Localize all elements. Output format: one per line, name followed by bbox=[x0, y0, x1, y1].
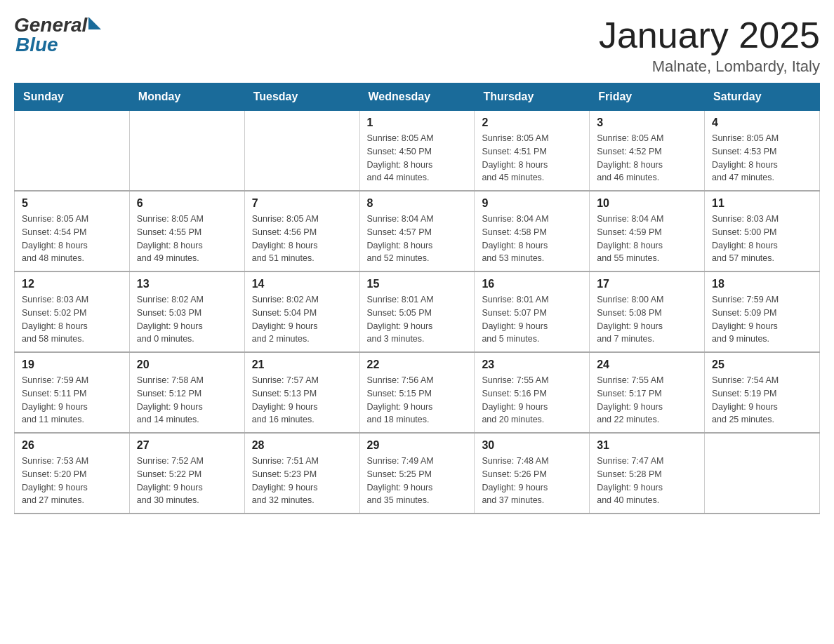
day-number: 18 bbox=[712, 278, 812, 290]
day-number: 26 bbox=[22, 439, 122, 452]
day-info: Sunrise: 8:03 AM Sunset: 5:00 PM Dayligh… bbox=[712, 213, 812, 265]
calendar-cell: 26Sunrise: 7:53 AM Sunset: 5:20 PM Dayli… bbox=[15, 433, 130, 514]
day-number: 20 bbox=[137, 358, 237, 371]
day-number: 3 bbox=[597, 116, 697, 129]
day-info: Sunrise: 7:55 AM Sunset: 5:17 PM Dayligh… bbox=[597, 374, 697, 427]
day-number: 15 bbox=[367, 278, 468, 290]
day-info: Sunrise: 8:05 AM Sunset: 4:54 PM Dayligh… bbox=[22, 213, 122, 265]
calendar-cell: 8Sunrise: 8:04 AM Sunset: 4:57 PM Daylig… bbox=[359, 191, 475, 271]
calendar-week-3: 12Sunrise: 8:03 AM Sunset: 5:02 PM Dayli… bbox=[15, 271, 820, 352]
day-number: 19 bbox=[22, 358, 122, 371]
day-number: 28 bbox=[252, 439, 352, 452]
calendar-cell bbox=[15, 111, 130, 192]
calendar-week-4: 19Sunrise: 7:59 AM Sunset: 5:11 PM Dayli… bbox=[15, 352, 820, 433]
calendar-cell: 24Sunrise: 7:55 AM Sunset: 5:17 PM Dayli… bbox=[590, 352, 705, 433]
calendar-header: SundayMondayTuesdayWednesdayThursdayFrid… bbox=[15, 83, 820, 111]
calendar-cell: 27Sunrise: 7:52 AM Sunset: 5:22 PM Dayli… bbox=[129, 433, 244, 514]
day-info: Sunrise: 7:58 AM Sunset: 5:12 PM Dayligh… bbox=[137, 374, 237, 427]
day-info: Sunrise: 7:54 AM Sunset: 5:19 PM Dayligh… bbox=[712, 374, 812, 427]
title-block: January 2025 Malnate, Lombardy, Italy bbox=[599, 14, 820, 76]
day-number: 11 bbox=[712, 197, 812, 210]
weekday-row: SundayMondayTuesdayWednesdayThursdayFrid… bbox=[15, 83, 820, 111]
calendar-week-5: 26Sunrise: 7:53 AM Sunset: 5:20 PM Dayli… bbox=[15, 433, 820, 514]
day-info: Sunrise: 8:05 AM Sunset: 4:55 PM Dayligh… bbox=[137, 213, 237, 265]
calendar-cell: 20Sunrise: 7:58 AM Sunset: 5:12 PM Dayli… bbox=[129, 352, 244, 433]
weekday-header-thursday: Thursday bbox=[475, 83, 590, 111]
calendar-cell: 16Sunrise: 8:01 AM Sunset: 5:07 PM Dayli… bbox=[475, 271, 590, 352]
calendar-cell: 13Sunrise: 8:02 AM Sunset: 5:03 PM Dayli… bbox=[129, 271, 244, 352]
calendar-cell: 28Sunrise: 7:51 AM Sunset: 5:23 PM Dayli… bbox=[244, 433, 359, 514]
day-number: 17 bbox=[597, 278, 697, 290]
calendar-cell bbox=[129, 111, 244, 192]
day-number: 14 bbox=[252, 278, 352, 290]
day-info: Sunrise: 7:53 AM Sunset: 5:20 PM Dayligh… bbox=[22, 455, 122, 507]
calendar-week-1: 1Sunrise: 8:05 AM Sunset: 4:50 PM Daylig… bbox=[15, 111, 820, 192]
calendar-cell: 30Sunrise: 7:48 AM Sunset: 5:26 PM Dayli… bbox=[475, 433, 590, 514]
logo: General Blue bbox=[14, 14, 101, 56]
weekday-header-monday: Monday bbox=[129, 83, 244, 111]
day-number: 9 bbox=[482, 197, 582, 210]
calendar-cell: 17Sunrise: 8:00 AM Sunset: 5:08 PM Dayli… bbox=[590, 271, 705, 352]
day-info: Sunrise: 7:52 AM Sunset: 5:22 PM Dayligh… bbox=[137, 455, 237, 507]
day-number: 31 bbox=[597, 439, 697, 452]
calendar-body: 1Sunrise: 8:05 AM Sunset: 4:50 PM Daylig… bbox=[15, 111, 820, 514]
day-info: Sunrise: 7:57 AM Sunset: 5:13 PM Dayligh… bbox=[252, 374, 352, 427]
weekday-header-tuesday: Tuesday bbox=[244, 83, 359, 111]
calendar-cell: 10Sunrise: 8:04 AM Sunset: 4:59 PM Dayli… bbox=[590, 191, 705, 271]
page-header: General Blue January 2025 Malnate, Lomba… bbox=[14, 14, 820, 76]
calendar-cell: 21Sunrise: 7:57 AM Sunset: 5:13 PM Dayli… bbox=[244, 352, 359, 433]
calendar-cell: 15Sunrise: 8:01 AM Sunset: 5:05 PM Dayli… bbox=[359, 271, 475, 352]
calendar-cell: 5Sunrise: 8:05 AM Sunset: 4:54 PM Daylig… bbox=[15, 191, 130, 271]
calendar-cell: 23Sunrise: 7:55 AM Sunset: 5:16 PM Dayli… bbox=[475, 352, 590, 433]
day-number: 30 bbox=[482, 439, 582, 452]
weekday-header-sunday: Sunday bbox=[15, 83, 130, 111]
day-info: Sunrise: 7:47 AM Sunset: 5:28 PM Dayligh… bbox=[597, 455, 697, 507]
calendar-cell: 1Sunrise: 8:05 AM Sunset: 4:50 PM Daylig… bbox=[359, 111, 475, 192]
weekday-header-saturday: Saturday bbox=[705, 83, 820, 111]
day-info: Sunrise: 7:55 AM Sunset: 5:16 PM Dayligh… bbox=[482, 374, 582, 427]
day-info: Sunrise: 7:49 AM Sunset: 5:25 PM Dayligh… bbox=[367, 455, 468, 507]
day-number: 24 bbox=[597, 358, 697, 371]
calendar-cell bbox=[244, 111, 359, 192]
logo-arrow-icon bbox=[88, 17, 101, 29]
calendar-cell: 4Sunrise: 8:05 AM Sunset: 4:53 PM Daylig… bbox=[705, 111, 820, 192]
day-info: Sunrise: 8:04 AM Sunset: 4:58 PM Dayligh… bbox=[482, 213, 582, 265]
day-info: Sunrise: 8:05 AM Sunset: 4:51 PM Dayligh… bbox=[482, 132, 582, 185]
day-number: 7 bbox=[252, 197, 352, 210]
day-number: 6 bbox=[137, 197, 237, 210]
calendar-cell: 22Sunrise: 7:56 AM Sunset: 5:15 PM Dayli… bbox=[359, 352, 475, 433]
calendar-cell: 31Sunrise: 7:47 AM Sunset: 5:28 PM Dayli… bbox=[590, 433, 705, 514]
day-info: Sunrise: 8:01 AM Sunset: 5:07 PM Dayligh… bbox=[482, 293, 582, 346]
calendar-cell: 11Sunrise: 8:03 AM Sunset: 5:00 PM Dayli… bbox=[705, 191, 820, 271]
calendar-cell: 6Sunrise: 8:05 AM Sunset: 4:55 PM Daylig… bbox=[129, 191, 244, 271]
day-number: 27 bbox=[137, 439, 237, 452]
weekday-header-friday: Friday bbox=[590, 83, 705, 111]
calendar-cell: 7Sunrise: 8:05 AM Sunset: 4:56 PM Daylig… bbox=[244, 191, 359, 271]
day-info: Sunrise: 7:51 AM Sunset: 5:23 PM Dayligh… bbox=[252, 455, 352, 507]
calendar-cell: 12Sunrise: 8:03 AM Sunset: 5:02 PM Dayli… bbox=[15, 271, 130, 352]
day-number: 25 bbox=[712, 358, 812, 371]
calendar-cell: 25Sunrise: 7:54 AM Sunset: 5:19 PM Dayli… bbox=[705, 352, 820, 433]
day-info: Sunrise: 7:59 AM Sunset: 5:11 PM Dayligh… bbox=[22, 374, 122, 427]
day-info: Sunrise: 7:59 AM Sunset: 5:09 PM Dayligh… bbox=[712, 293, 812, 346]
day-number: 16 bbox=[482, 278, 582, 290]
day-number: 2 bbox=[482, 116, 582, 129]
month-title: January 2025 bbox=[599, 14, 820, 56]
calendar-week-2: 5Sunrise: 8:05 AM Sunset: 4:54 PM Daylig… bbox=[15, 191, 820, 271]
day-number: 1 bbox=[367, 116, 468, 129]
logo-blue-text: Blue bbox=[15, 34, 101, 56]
day-number: 22 bbox=[367, 358, 468, 371]
day-number: 4 bbox=[712, 116, 812, 129]
day-number: 5 bbox=[22, 197, 122, 210]
weekday-header-wednesday: Wednesday bbox=[359, 83, 475, 111]
day-number: 13 bbox=[137, 278, 237, 290]
calendar-cell: 19Sunrise: 7:59 AM Sunset: 5:11 PM Dayli… bbox=[15, 352, 130, 433]
day-info: Sunrise: 8:02 AM Sunset: 5:03 PM Dayligh… bbox=[137, 293, 237, 346]
day-number: 21 bbox=[252, 358, 352, 371]
day-info: Sunrise: 8:05 AM Sunset: 4:50 PM Dayligh… bbox=[367, 132, 468, 185]
day-info: Sunrise: 8:04 AM Sunset: 4:57 PM Dayligh… bbox=[367, 213, 468, 265]
day-info: Sunrise: 8:02 AM Sunset: 5:04 PM Dayligh… bbox=[252, 293, 352, 346]
day-info: Sunrise: 8:03 AM Sunset: 5:02 PM Dayligh… bbox=[22, 293, 122, 346]
day-info: Sunrise: 8:01 AM Sunset: 5:05 PM Dayligh… bbox=[367, 293, 468, 346]
day-info: Sunrise: 8:04 AM Sunset: 4:59 PM Dayligh… bbox=[597, 213, 697, 265]
